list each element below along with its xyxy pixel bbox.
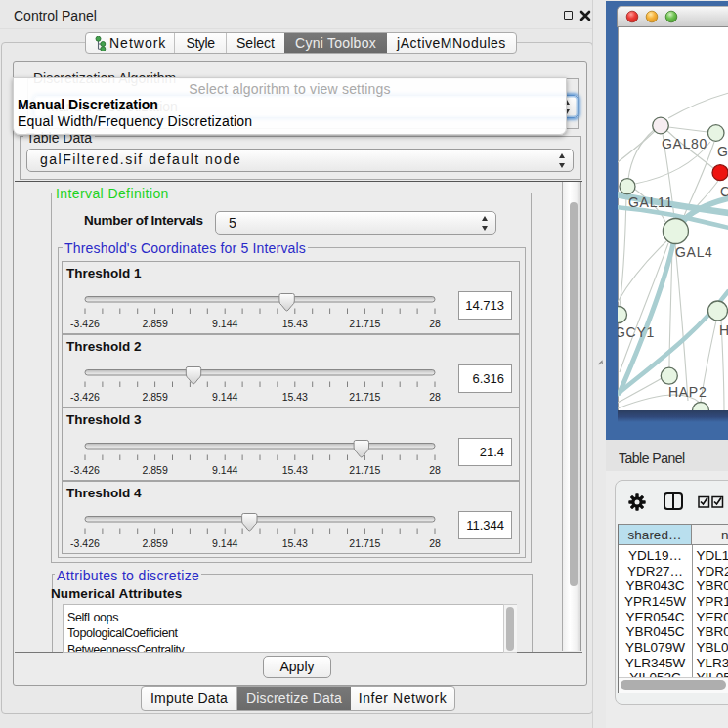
- svg-text:C: C: [720, 184, 728, 199]
- svg-text:GA: GA: [717, 144, 728, 159]
- svg-text:15.43: 15.43: [282, 318, 308, 329]
- svg-text:2.859: 2.859: [142, 391, 167, 403]
- svg-text:2.859: 2.859: [142, 464, 167, 476]
- svg-text:H: H: [719, 322, 728, 338]
- svg-text:GAL80: GAL80: [662, 136, 707, 151]
- svg-text:15.43: 15.43: [282, 464, 308, 476]
- svg-text:GCY1: GCY1: [618, 324, 655, 340]
- svg-text:21.715: 21.715: [349, 318, 380, 329]
- svg-text:21.715: 21.715: [349, 464, 380, 476]
- svg-text:2.859: 2.859: [142, 537, 167, 549]
- svg-text:-3.426: -3.426: [70, 318, 100, 329]
- svg-text:28: 28: [429, 537, 441, 549]
- svg-text:GAL11: GAL11: [628, 194, 673, 210]
- svg-text:28: 28: [429, 391, 441, 403]
- svg-text:21.715: 21.715: [349, 391, 380, 403]
- svg-text:9.144: 9.144: [212, 464, 237, 476]
- svg-text:15.43: 15.43: [282, 391, 308, 403]
- svg-text:-3.426: -3.426: [70, 537, 100, 549]
- svg-text:9.144: 9.144: [212, 391, 237, 403]
- svg-text:2.859: 2.859: [142, 318, 167, 329]
- svg-text:15.43: 15.43: [282, 537, 308, 549]
- svg-text:9.144: 9.144: [212, 537, 237, 549]
- svg-text:9.144: 9.144: [212, 318, 237, 329]
- svg-text:28: 28: [429, 464, 441, 476]
- svg-text:21.715: 21.715: [349, 537, 380, 549]
- svg-text:-3.426: -3.426: [70, 391, 100, 403]
- svg-text:GAL4: GAL4: [675, 244, 713, 260]
- svg-text:HAP2: HAP2: [668, 384, 707, 400]
- svg-text:28: 28: [429, 318, 441, 329]
- svg-text:-3.426: -3.426: [70, 464, 100, 476]
